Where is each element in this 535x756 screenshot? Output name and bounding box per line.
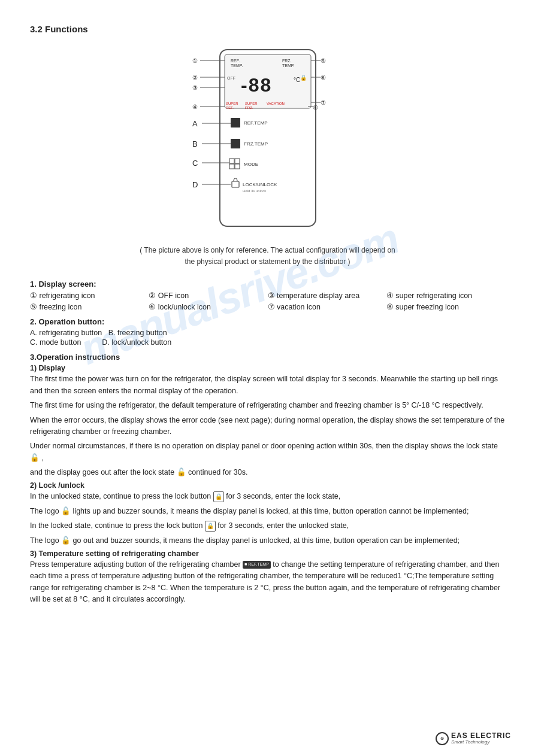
svg-text:②: ②	[192, 74, 198, 81]
display-item-8: ⑧ super freezing icon	[386, 302, 505, 311]
svg-text:FRZ.TEMP: FRZ.TEMP	[244, 141, 268, 147]
body-para-4: Under normal circumstances, if there is …	[30, 441, 505, 464]
svg-text:VACATION: VACATION	[267, 102, 285, 105]
svg-text:°C: °C	[294, 77, 300, 83]
body-para-1: The first time the power was turn on for…	[30, 374, 505, 397]
svg-text:OFF: OFF	[227, 76, 235, 80]
section-temp-header: 3) Temperature setting of refrigerating …	[30, 549, 505, 558]
display-screen-section: 1. Display screen: ① refrigerating icon …	[30, 280, 505, 311]
operation-instructions-section: 3.Operation instructions 1) Display The …	[30, 353, 505, 605]
svg-text:⑧: ⑧	[313, 104, 318, 111]
operation-button-header: 2. Operation button:	[30, 317, 505, 326]
diagram-svg: REF. TEMP. FRZ. TEMP. OFF 🔓 -88 °C SUPER…	[154, 45, 382, 236]
body-para-5: and the display goes out after the lock …	[30, 467, 505, 478]
svg-rect-17	[231, 118, 240, 127]
svg-text:D: D	[192, 180, 198, 189]
section-lock-header: 2) Lock /unlock	[30, 481, 505, 490]
operation-instructions-header: 3.Operation instructions	[30, 353, 505, 362]
body-para-3: When the error occurs, the display shows…	[30, 415, 505, 438]
svg-text:TEMP.: TEMP.	[231, 63, 243, 68]
svg-text:REF.: REF.	[226, 106, 234, 110]
caption: ( The picture above is only for referenc…	[30, 245, 505, 268]
svg-text:FRZ.: FRZ.	[245, 106, 253, 110]
svg-text:LOCK/UNLOCK: LOCK/UNLOCK	[243, 182, 277, 187]
svg-text:TEMP.: TEMP.	[282, 63, 295, 68]
svg-text:SUPER: SUPER	[245, 102, 258, 105]
svg-text:③: ③	[192, 84, 198, 91]
svg-text:①: ①	[192, 57, 198, 64]
svg-text:FRZ.: FRZ.	[282, 59, 292, 63]
display-item-4: ④ super refrigerating icon	[386, 291, 505, 300]
display-item-3: ③ temperature display area	[268, 291, 386, 300]
svg-rect-19	[231, 139, 240, 148]
svg-text:⑥: ⑥	[321, 74, 326, 81]
svg-text:SUPER: SUPER	[226, 102, 238, 105]
footer-logo: ⊙ EAS ELECTRIC Smart Technology	[436, 732, 511, 745]
svg-text:REF.: REF.	[231, 59, 240, 63]
section-display-header: 1) Display	[30, 364, 505, 372]
btn-c: C. mode button D. lock/unlock button	[30, 338, 268, 347]
svg-text:MODE: MODE	[244, 162, 258, 167]
svg-text:C: C	[192, 159, 198, 168]
lock-para-3: In the locked state, continue to press t…	[30, 520, 505, 532]
body-para-2: The first time for using the refrigerato…	[30, 400, 505, 411]
svg-text:Hold 3s unlock: Hold 3s unlock	[243, 189, 267, 193]
section-title: 3.2 Functions	[30, 24, 505, 34]
svg-text:A: A	[192, 119, 198, 128]
svg-text:-88: -88	[241, 74, 272, 96]
svg-text:🔓: 🔓	[300, 74, 307, 81]
svg-text:⑤: ⑤	[321, 57, 326, 64]
btn-a: A. refrigerating button B. freezing butt…	[30, 329, 268, 337]
display-item-7: ⑦ vacation icon	[268, 302, 386, 311]
svg-text:B: B	[192, 139, 198, 148]
logo-circle-icon: ⊙	[436, 732, 449, 745]
display-item-6: ⑥ lock/unlock icon	[149, 302, 267, 311]
display-screen-header: 1. Display screen:	[30, 280, 505, 289]
logo-tagline: Smart Technology	[451, 740, 511, 745]
operation-button-section: 2. Operation button: A. refrigerating bu…	[30, 317, 505, 347]
svg-text:REF.TEMP: REF.TEMP	[244, 120, 268, 126]
svg-text:④: ④	[192, 104, 198, 110]
lock-para-1: In the unlocked state, continue to press…	[30, 491, 505, 502]
svg-text:⑦: ⑦	[321, 99, 326, 106]
diagram-area: REF. TEMP. FRZ. TEMP. OFF 🔓 -88 °C SUPER…	[30, 45, 505, 236]
temp-para-1: Press temperature adjusting button of th…	[30, 559, 505, 606]
display-item-1: ① refrigerating icon	[30, 291, 149, 300]
display-items-grid: ① refrigerating icon ② OFF icon ③ temper…	[30, 291, 505, 311]
display-item-2: ② OFF icon	[149, 291, 267, 300]
lock-para-4: The logo 🔓 go out and buzzer sounds, it …	[30, 535, 505, 546]
display-item-5: ⑤ freezing icon	[30, 302, 149, 311]
operation-buttons-grid: A. refrigerating button B. freezing butt…	[30, 329, 505, 347]
lock-para-2: The logo 🔓 lights up and buzzer sounds, …	[30, 506, 505, 517]
